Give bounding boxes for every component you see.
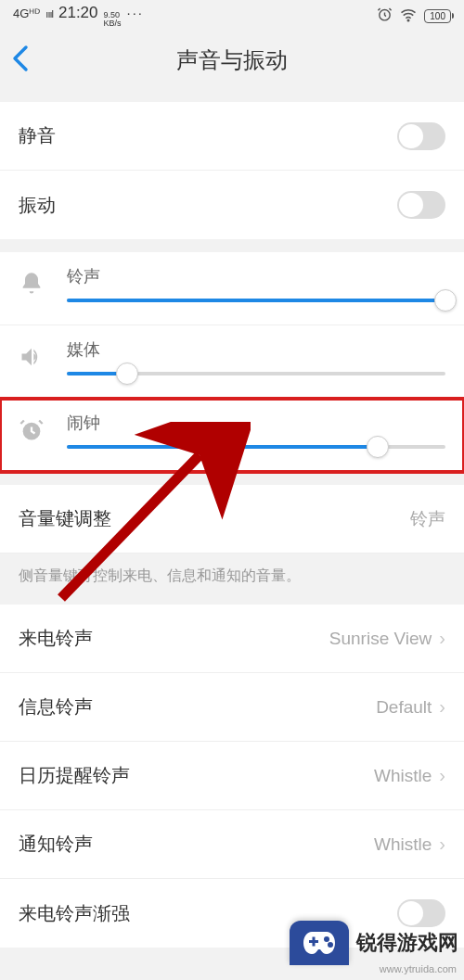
mute-row[interactable]: 静音 <box>0 102 464 171</box>
speaker-icon <box>19 344 46 374</box>
chevron-right-icon: › <box>439 696 445 718</box>
mute-label: 静音 <box>19 123 56 148</box>
volume-key-value: 铃声 <box>410 507 445 531</box>
notification-ringtone-value: Whistle <box>374 834 432 855</box>
ringtone-slider-row: 铃声 <box>0 252 464 325</box>
svg-point-4 <box>324 936 329 942</box>
message-ringtone-row[interactable]: 信息铃声 Default › <box>0 673 464 742</box>
net-speed-unit: KB/s <box>104 19 122 28</box>
status-bar: 4Gᴴᴰ ıııl 21:20 9.50 KB/s ··· 100 <box>0 0 464 32</box>
watermark-logo-icon <box>290 921 349 965</box>
chevron-right-icon: › <box>439 765 445 786</box>
page-header: 声音与振动 <box>0 32 464 89</box>
incoming-ringtone-value: Sunrise View <box>329 629 432 649</box>
ringtone-section: 来电铃声 Sunrise View › 信息铃声 Default › 日历提醒铃… <box>0 605 464 948</box>
vibrate-toggle[interactable] <box>397 191 445 219</box>
volume-key-row[interactable]: 音量键调整 铃声 <box>0 485 464 554</box>
alarm-slider-label: 闹钟 <box>67 412 445 434</box>
watermark: 锐得游戏网 www.ytruida.com <box>290 921 464 980</box>
volume-sliders-section: 铃声 媒体 闹钟 <box>0 252 464 472</box>
calendar-ringtone-row[interactable]: 日历提醒铃声 Whistle › <box>0 742 464 810</box>
calendar-ringtone-label: 日历提醒铃声 <box>19 763 130 788</box>
page-title: 声音与振动 <box>0 45 464 75</box>
media-slider[interactable] <box>67 372 445 375</box>
watermark-brand: 锐得游戏网 <box>356 929 458 957</box>
media-slider-label: 媒体 <box>67 338 445 361</box>
battery-indicator: 100 <box>424 9 451 23</box>
bell-icon <box>19 271 46 300</box>
ringtone-slider[interactable] <box>67 299 445 302</box>
clock-icon <box>19 417 46 447</box>
incoming-ringtone-row[interactable]: 来电铃声 Sunrise View › <box>0 605 464 673</box>
chevron-right-icon: › <box>439 834 445 855</box>
volume-key-desc: 侧音量键可控制来电、信息和通知的音量。 <box>0 554 464 605</box>
calendar-ringtone-value: Whistle <box>374 766 432 786</box>
incoming-ringtone-label: 来电铃声 <box>19 626 93 651</box>
alarm-icon <box>377 6 393 25</box>
notification-ringtone-row[interactable]: 通知铃声 Whistle › <box>0 810 464 879</box>
svg-rect-7 <box>313 937 316 947</box>
toggles-section: 静音 振动 <box>0 102 464 239</box>
status-time: 21:20 <box>58 4 98 22</box>
watermark-url: www.ytruida.com <box>380 963 457 974</box>
ringtone-slider-label: 铃声 <box>67 265 445 287</box>
volume-key-label: 音量键调整 <box>19 506 111 531</box>
chevron-right-icon: › <box>439 628 445 649</box>
more-dots-icon: ··· <box>127 5 145 20</box>
vibrate-label: 振动 <box>19 193 56 218</box>
crescendo-label: 来电铃声渐强 <box>19 901 130 926</box>
svg-point-1 <box>408 19 410 21</box>
message-ringtone-value: Default <box>376 697 432 718</box>
svg-point-5 <box>328 942 333 948</box>
vibrate-row[interactable]: 振动 <box>0 171 464 239</box>
signal-icon: ıııl <box>45 8 53 19</box>
alarm-slider[interactable] <box>67 445 445 449</box>
back-button[interactable] <box>11 45 30 77</box>
wifi-icon <box>400 6 417 26</box>
network-indicator: 4Gᴴᴰ <box>13 6 40 20</box>
notification-ringtone-label: 通知铃声 <box>19 832 93 857</box>
media-slider-row: 媒体 <box>0 325 464 399</box>
message-ringtone-label: 信息铃声 <box>19 694 93 719</box>
alarm-slider-row: 闹钟 <box>0 399 464 472</box>
mute-toggle[interactable] <box>397 122 445 150</box>
